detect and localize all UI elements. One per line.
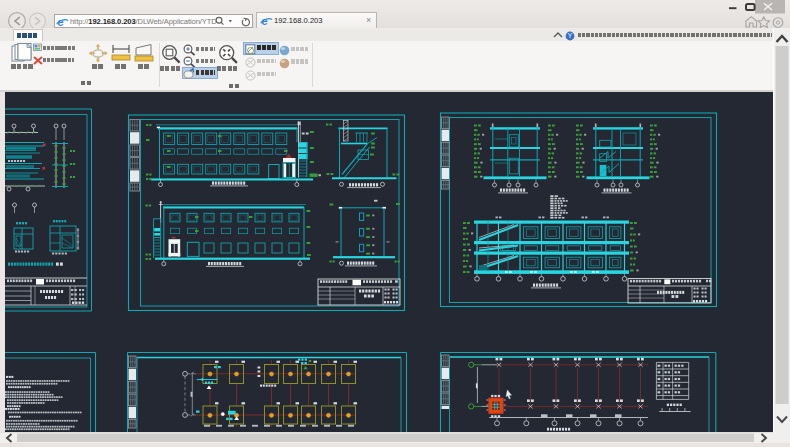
svg-text:Y: Y bbox=[568, 32, 573, 39]
